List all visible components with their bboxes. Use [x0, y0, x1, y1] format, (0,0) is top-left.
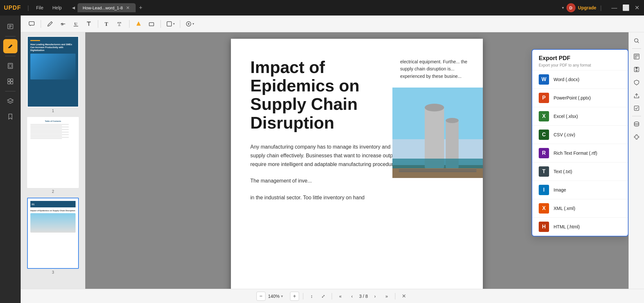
- outline-text-toolbar-btn[interactable]: T: [114, 18, 126, 30]
- svg-rect-12: [29, 22, 34, 25]
- right-sidebar-div-2: [632, 116, 641, 116]
- title-dropdown-arrow[interactable]: ▾: [562, 5, 564, 10]
- puzzle-sidebar-btn[interactable]: [631, 131, 642, 143]
- svg-point-44: [636, 70, 637, 71]
- organize-icon[interactable]: [3, 74, 17, 89]
- image-export-item[interactable]: I Image: [532, 181, 628, 199]
- svg-rect-5: [8, 63, 13, 68]
- html-export-item[interactable]: H HTML (.html): [532, 217, 628, 236]
- toolbar-sep-3: [129, 20, 130, 28]
- annotate-icon[interactable]: [3, 39, 17, 53]
- thumbnail-3[interactable]: 01 Impact of Epidemics on Supply Chain D…: [23, 198, 83, 275]
- tab-close-btn[interactable]: ✕: [125, 5, 130, 10]
- rtf-export-item[interactable]: R Rich Text Format (.rtf): [532, 144, 628, 162]
- share-sidebar-btn[interactable]: [631, 89, 642, 101]
- text-t-toolbar-btn[interactable]: [83, 18, 95, 30]
- excel-export-item[interactable]: X Excel (.xlsx): [532, 107, 628, 125]
- page-prev-btn[interactable]: ‹: [348, 292, 357, 301]
- help-menu[interactable]: Help: [49, 4, 65, 12]
- pdf-right-image: [392, 88, 483, 178]
- tab-prev-arrow[interactable]: ◀: [70, 5, 77, 11]
- title-bar: UPDF | File Help ◀ How-Lead...word_1-8 ✕…: [0, 0, 644, 16]
- toc-line-11: [30, 137, 69, 138]
- search-sidebar-btn[interactable]: [631, 35, 642, 47]
- bottom-sep-1: [303, 293, 303, 299]
- protect-sidebar-btn[interactable]: [631, 77, 642, 88]
- thumb-page3-title: Impact of Epidemics on Supply Chain Disr…: [30, 209, 76, 212]
- pdf-body-1: Any manufacturing company has to manage …: [250, 142, 405, 169]
- pen-toolbar-btn[interactable]: [44, 18, 56, 30]
- bottom-sep-2: [332, 293, 332, 299]
- active-tab[interactable]: How-Lead...word_1-8 ✕: [78, 3, 136, 12]
- thumb-cover-title: How Leading Manufacturers and SMEs Can I…: [30, 43, 76, 52]
- ocr-sidebar-btn[interactable]: [631, 51, 642, 62]
- save-sidebar-btn[interactable]: [631, 64, 642, 75]
- user-avatar[interactable]: D: [566, 3, 576, 12]
- underline-toolbar-btn[interactable]: U: [70, 18, 82, 30]
- thumbnail-1[interactable]: How Leading Manufacturers and SMEs Can I…: [23, 36, 83, 113]
- zoom-out-btn[interactable]: −: [256, 292, 265, 301]
- color-toolbar-btn[interactable]: ▾: [164, 19, 177, 28]
- upgrade-button[interactable]: Upgrade: [578, 5, 597, 10]
- more-toolbar-btn[interactable]: ▾: [183, 19, 196, 28]
- zoom-in-btn[interactable]: +: [290, 292, 299, 301]
- strikethrough-toolbar-btn[interactable]: S: [57, 18, 69, 30]
- svg-rect-40: [637, 55, 638, 56]
- powerpoint-export-label: PowerPoint (.pptx): [554, 95, 591, 100]
- svg-rect-41: [635, 57, 636, 58]
- thumbnail-2[interactable]: Table of Contents: [23, 117, 83, 194]
- svg-rect-38: [634, 54, 639, 59]
- toc-line-12: [30, 138, 62, 139]
- thumb-img-3: 01 Impact of Epidemics on Supply Chain D…: [27, 198, 79, 269]
- comment-toolbar-btn[interactable]: [26, 18, 37, 30]
- erase-toolbar-btn[interactable]: [146, 18, 157, 30]
- zoom-value-display[interactable]: 140% ▾: [268, 294, 287, 299]
- svg-point-30: [425, 104, 444, 111]
- xml-export-item[interactable]: X XML (.xml): [532, 199, 628, 217]
- excel-icon: X: [539, 111, 549, 121]
- export-panel: Export PDF Export your PDF to any format…: [532, 49, 628, 236]
- fit-width-btn[interactable]: ↕: [307, 292, 316, 301]
- bookmark-sidebar-icon[interactable]: [3, 110, 17, 124]
- big-text-toolbar-btn[interactable]: T: [101, 18, 113, 30]
- toc-line-7: [30, 132, 69, 132]
- rtf-icon: R: [539, 148, 549, 158]
- html-export-label: HTML (.html): [554, 224, 580, 229]
- powerpoint-icon: P: [539, 93, 549, 103]
- toolbar-sep-5: [180, 20, 180, 28]
- svg-rect-7: [8, 79, 10, 81]
- txt-export-item[interactable]: T Text (.txt): [532, 162, 628, 181]
- word-export-item[interactable]: W Word (.docx): [532, 70, 628, 89]
- close-btn[interactable]: ✕: [634, 4, 640, 12]
- pdf-body-2: The management of inve...: [250, 176, 405, 185]
- layers-icon[interactable]: [3, 94, 17, 108]
- page-last-btn[interactable]: »: [382, 292, 391, 301]
- page-next-btn[interactable]: ›: [370, 292, 379, 301]
- minimize-btn[interactable]: —: [611, 4, 618, 12]
- check-sidebar-btn[interactable]: [631, 102, 642, 114]
- toc-line-9: [30, 134, 69, 135]
- zoom-dropdown-arrow[interactable]: ▾: [281, 294, 283, 298]
- svg-text:U: U: [74, 21, 78, 26]
- fit-page-btn[interactable]: ⤢: [319, 292, 328, 301]
- toc-line-1: [30, 124, 69, 125]
- pages-icon[interactable]: [3, 59, 17, 73]
- csv-export-item[interactable]: C CSV (.csv): [532, 125, 628, 144]
- highlight-toolbar-btn[interactable]: [133, 18, 144, 30]
- xml-export-label: XML (.xml): [554, 206, 575, 211]
- file-menu[interactable]: File: [33, 4, 47, 12]
- database-sidebar-btn[interactable]: [631, 118, 642, 130]
- powerpoint-export-item[interactable]: P PowerPoint (.pptx): [532, 89, 628, 107]
- close-bar-btn[interactable]: ✕: [399, 292, 408, 301]
- image-export-label: Image: [554, 187, 566, 193]
- add-tab-btn[interactable]: +: [136, 4, 145, 12]
- title-bar-right: ▾ D Upgrade | — ⬜ ✕: [562, 3, 640, 12]
- reader-mode-icon[interactable]: [3, 19, 17, 34]
- svg-rect-8: [11, 79, 13, 81]
- svg-point-32: [446, 118, 459, 123]
- maximize-btn[interactable]: ⬜: [622, 4, 630, 12]
- excel-export-label: Excel (.xlsx): [554, 114, 578, 119]
- svg-rect-22: [167, 22, 171, 26]
- page-first-btn[interactable]: «: [336, 292, 345, 301]
- pdf-page: Impact of Epidemics on Supply Chain Disr…: [231, 39, 483, 289]
